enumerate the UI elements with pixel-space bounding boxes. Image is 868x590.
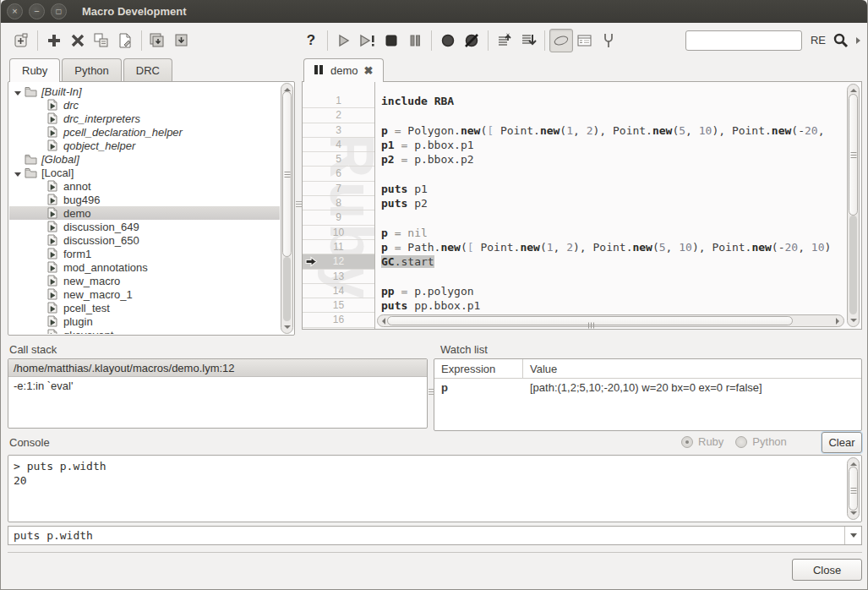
watch-list-table: Expression Value p[path:(1,2;5,10;-20,10… (434, 358, 862, 431)
line-number-5[interactable]: 5 (303, 152, 374, 167)
tree-item-built-in[interactable]: [Built-In] (9, 85, 280, 98)
tree-item-local[interactable]: [Local] (9, 166, 280, 179)
tree-item-form1[interactable]: form1 (9, 247, 280, 260)
line-number-13[interactable]: 13 (303, 270, 374, 284)
breakpoint-button[interactable] (436, 29, 460, 52)
tree-item-pcell_test[interactable]: pcell_test (9, 301, 280, 314)
save-button[interactable] (170, 29, 194, 52)
tree-item-qkeyevent[interactable]: qkeyevent (9, 328, 280, 334)
window-close-button[interactable]: × (7, 3, 23, 19)
editor-vertical-scrollbar[interactable] (847, 84, 860, 327)
tree-item-drc_interpreters[interactable]: drc_interpreters (9, 112, 280, 125)
step-into-button[interactable] (516, 29, 540, 52)
tree-item-global[interactable]: [Global] (9, 152, 280, 166)
scroll-up-arrow[interactable] (850, 89, 857, 92)
tree-item-qobject_helper[interactable]: qobject_helper (9, 139, 280, 152)
editor-code-area[interactable]: include RBAp = Polygon.new([ Point.new(1… (376, 82, 838, 329)
rename-macro-button[interactable] (90, 29, 113, 52)
scroll-left-arrow[interactable] (382, 318, 385, 325)
line-number-12[interactable]: 12 (303, 254, 374, 269)
radio-label: Python (752, 435, 786, 448)
tree-item-mod_annotations[interactable]: mod_annotations (9, 260, 280, 274)
tree-item-annot[interactable]: annot (9, 179, 280, 193)
tree-item-drc[interactable]: drc (9, 98, 280, 112)
expander-icon[interactable] (14, 172, 21, 177)
run-current-button[interactable] (356, 29, 379, 52)
console-vertical-scrollbar[interactable] (847, 457, 860, 520)
window-maximize-button[interactable]: ▢ (51, 3, 67, 19)
import-macro-button[interactable] (113, 29, 137, 52)
tree-item-plugin[interactable]: plugin (9, 314, 280, 328)
clear-breakpoints-button[interactable] (460, 29, 483, 52)
line-number-14[interactable]: 14 (303, 284, 374, 298)
search-input[interactable] (685, 30, 802, 51)
console-input-combo (8, 526, 862, 545)
line-number-3[interactable]: 3 (303, 123, 374, 138)
tree-item-label: [Local] (41, 167, 74, 179)
line-number-8[interactable]: 8 (303, 196, 374, 210)
stop-button[interactable] (379, 29, 403, 52)
run-current-icon (358, 33, 377, 48)
tree-item-new_macro_1[interactable]: new_macro_1 (9, 287, 280, 301)
tab-ruby[interactable]: Ruby (9, 58, 60, 82)
panel-splitter[interactable] (296, 199, 302, 207)
add-macro-button[interactable] (42, 29, 66, 52)
tree-item-discussion_650[interactable]: discussion_650 (9, 233, 280, 247)
scroll-up-arrow[interactable] (850, 462, 857, 466)
line-number-9[interactable]: 9 (303, 210, 374, 225)
single-step-toggle-button[interactable] (549, 29, 573, 52)
scroll-down-arrow[interactable] (850, 511, 857, 515)
line-number-7[interactable]: 7 (303, 182, 374, 196)
tree-item-bug496[interactable]: bug496 (9, 193, 280, 206)
console-input[interactable] (8, 527, 844, 544)
search-icon[interactable] (833, 32, 849, 49)
window-minimize-button[interactable]: − (29, 3, 45, 19)
tree-item-new_macro[interactable]: new_macro (9, 274, 280, 287)
tree-item-demo[interactable]: demo (9, 206, 280, 220)
toolbar-extension-arrow[interactable] (856, 37, 860, 44)
setup-button[interactable] (597, 29, 620, 52)
tree-item-label: bug496 (63, 194, 100, 206)
scroll-right-arrow[interactable] (836, 318, 839, 325)
run-button[interactable] (332, 29, 356, 52)
tab-drc[interactable]: DRC (123, 58, 172, 81)
editor-horizontal-scrollbar[interactable] (377, 314, 844, 327)
scroll-down-arrow[interactable] (284, 325, 291, 329)
new-tab-button[interactable] (9, 29, 33, 52)
console-output-text: > puts p.width20 (14, 459, 844, 488)
line-number-2[interactable]: 2 (303, 108, 374, 123)
tab-python[interactable]: Python (62, 58, 121, 81)
console-output[interactable]: > puts p.width20 (8, 455, 862, 522)
properties-button[interactable] (573, 29, 597, 52)
help-button[interactable]: ? (299, 29, 323, 52)
close-button[interactable]: Close (792, 559, 862, 581)
watch-row[interactable]: p[path:(1,2;5,10;-20,10) w=20 bx=0 ex=0 … (434, 379, 861, 397)
line-number-1[interactable]: 1 (303, 94, 374, 108)
clear-button[interactable]: Clear (822, 432, 862, 453)
editor-tab-demo[interactable]: demo ✖ (303, 58, 384, 82)
expander-icon[interactable] (14, 91, 21, 96)
delete-macro-button[interactable] (66, 29, 90, 52)
history-dropdown-button[interactable] (844, 527, 861, 544)
code-editor[interactable]: Ruby 12345678910111213141516 include RBA… (302, 81, 862, 330)
tree-item-pcell_declaration_helper[interactable]: pcell_declaration_helper (9, 125, 280, 139)
save-all-button[interactable] (146, 29, 170, 52)
line-number-10[interactable]: 10 (303, 226, 374, 240)
tab-close-icon[interactable]: ✖ (364, 64, 374, 77)
call-stack-frame[interactable]: -e:1:in `eval' (8, 377, 427, 395)
tree-vertical-scrollbar[interactable] (281, 83, 293, 334)
column-value[interactable]: Value (523, 359, 564, 378)
line-number-4[interactable]: 4 (303, 138, 374, 152)
call-stack-frame[interactable]: /home/matthias/.klayout/macros/demo.lym:… (8, 359, 427, 377)
line-number-6[interactable]: 6 (303, 167, 374, 181)
radio-python[interactable]: Python (735, 435, 786, 448)
line-number-11[interactable]: 11 (303, 240, 374, 254)
step-over-button[interactable] (493, 29, 516, 52)
scroll-down-arrow[interactable] (850, 319, 857, 322)
tree-item-discussion_649[interactable]: discussion_649 (9, 220, 280, 233)
line-number-16[interactable]: 16 (303, 313, 374, 327)
line-number-15[interactable]: 15 (303, 298, 374, 313)
column-expression[interactable]: Expression (434, 359, 523, 378)
pause-button[interactable] (403, 29, 427, 52)
radio-ruby[interactable]: Ruby (681, 435, 723, 448)
